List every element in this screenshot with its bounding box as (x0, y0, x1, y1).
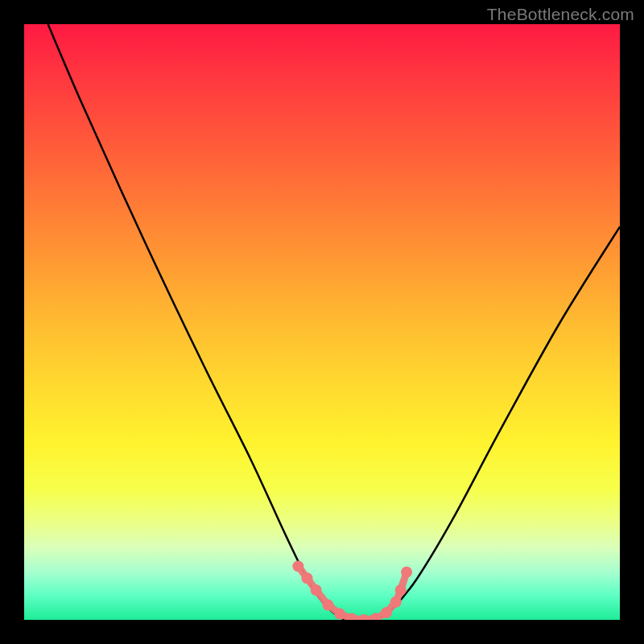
fit-point (358, 614, 369, 620)
curve-layer (48, 24, 620, 620)
fit-point (334, 609, 345, 620)
bottleneck-curve (48, 24, 620, 620)
fit-point (401, 567, 412, 578)
fit-point (390, 597, 402, 608)
watermark-label: TheBottleneck.com (487, 5, 634, 24)
fit-point (292, 560, 303, 572)
chart-frame: TheBottleneck.com (0, 0, 644, 644)
fit-point (302, 572, 313, 584)
fit-point (381, 607, 392, 618)
fit-point (395, 584, 407, 596)
fit-point (311, 584, 322, 596)
chart-svg (24, 24, 620, 620)
marker-layer (292, 560, 412, 620)
fit-point (322, 600, 333, 611)
plot-area (24, 24, 620, 620)
